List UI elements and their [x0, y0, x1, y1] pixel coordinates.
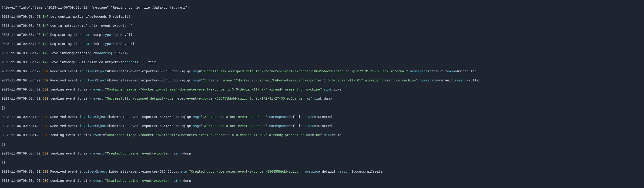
log-text: set config.maxEventAgeSeconds=5 (default… [50, 15, 130, 18]
value-type: *sinks.File [113, 33, 134, 37]
key-reason: reason [445, 70, 457, 73]
log-line: 2023-11-06T09:58:42Z DBG Received event … [2, 115, 642, 120]
log-line: 2023-11-06T09:58:42Z DBG Received event … [2, 170, 642, 174]
log-line: 2023-11-06T09:58:42Z DBG sending event t… [2, 133, 642, 138]
log-line: 2023-11-06T09:58:42Z DBG sending event t… [2, 179, 642, 183]
key-msg: msg [193, 70, 199, 73]
value-msg: "Successfully assigned default/kubernete… [201, 70, 408, 73]
key-address: address [97, 52, 111, 55]
value-name: dump [93, 33, 101, 37]
timestamp: 2023-11-06T09:58:42Z [2, 15, 40, 18]
log-line: 2023-11-06T09:58:42Z INF set config.maxE… [2, 15, 642, 19]
log-line: 2023-11-06T09:58:42Z DBG sending event t… [2, 96, 642, 101]
level-inf: INF [42, 15, 48, 18]
log-line: 2023-11-06T09:58:42Z DBG Received event … [2, 69, 642, 74]
key-event: event [93, 88, 103, 92]
log-line: 2023-11-06T09:58:42Z INF config.metricsN… [2, 24, 642, 28]
log-line: 2023-11-06T09:58:42Z DBG sending event t… [2, 152, 642, 156]
key-namespace: namespace [410, 70, 428, 73]
key-type: type [103, 33, 111, 37]
log-line: 2023-11-06T09:58:42Z INF levelinfomsgLis… [2, 51, 642, 56]
log-line: 2023-11-06T09:58:42Z DBG Received event … [2, 124, 642, 129]
key-name: name [84, 33, 92, 37]
log-line: 2023-11-06T09:58:42Z DBG Received event … [2, 78, 642, 83]
log-json-header: {"level":"info","time":"2023-11-06T09:58… [2, 6, 189, 10]
log-line: 2023-11-06T09:58:42Z INF Registering sin… [2, 42, 642, 46]
log-empty-object: {} [2, 106, 5, 110]
key-sink: sink [324, 88, 332, 92]
key-involved-object: involvedObject [80, 70, 107, 73]
log-line: 2023-11-06T09:58:42Z INF levelinfomsgTLS… [2, 60, 642, 65]
log-line: 2023-11-06T09:58:42Z DBG sending event t… [2, 88, 642, 92]
log-line: 2023-11-06T09:58:42Z INF Registering sin… [2, 33, 642, 38]
terminal-output: {"level":"info","time":"2023-11-06T09:58… [0, 0, 644, 188]
level-dbg: DBG [42, 70, 48, 73]
